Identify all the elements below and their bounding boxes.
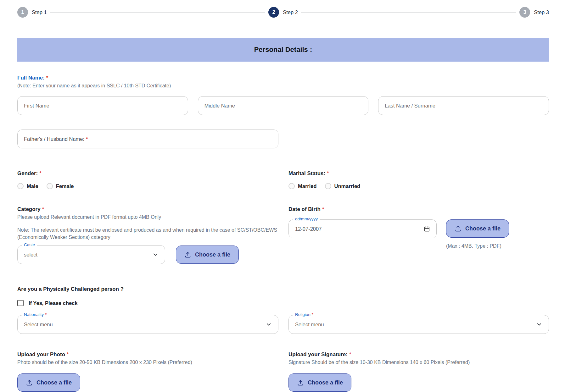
marital-unmarried-label: Unmarried <box>334 183 361 189</box>
father-husband-placeholder: Father's / Husband Name: <box>24 136 84 142</box>
marital-option-unmarried[interactable]: Unmarried <box>325 183 361 189</box>
required-asterisk: * <box>84 136 88 142</box>
signature-upload-hint: Signature Should be of the size 10-30 KB… <box>288 360 549 365</box>
dob-upload-hint: (Max : 4MB, Type : PDF) <box>446 243 509 249</box>
choose-file-label: Choose a file <box>195 251 230 258</box>
stepper: 1 Step 1 2 Step 2 3 Step 3 <box>17 7 549 18</box>
dob-label: Date of Birth* <box>288 206 549 213</box>
nationality-select-value: Select menu <box>24 322 266 328</box>
signature-upload-section: Upload your Signature:* Signature Should… <box>288 351 549 392</box>
nationality-select-label: Nationality* <box>22 312 48 317</box>
section-header: Personal Details : <box>17 38 549 62</box>
dob-choose-file-button[interactable]: Choose a file <box>446 219 509 238</box>
upload-icon <box>184 251 191 258</box>
physically-challenged-checkbox-row[interactable]: If Yes, Please check <box>17 300 549 306</box>
radio-icon[interactable] <box>325 183 331 189</box>
marital-status-options: Married Unmarried <box>288 183 549 189</box>
dob-row: dd/mm/yyyy 12-07-2007 Choose a file (Max… <box>288 219 549 249</box>
step-1-circle: 1 <box>17 7 28 18</box>
signature-upload-label-text: Upload your Signature: <box>288 351 348 357</box>
required-asterisk: * <box>44 312 47 317</box>
page-title: Personal Details : <box>254 46 312 54</box>
dob-value: 12-07-2007 <box>295 226 424 232</box>
father-husband-name-input[interactable]: Father's / Husband Name:* <box>17 130 278 148</box>
required-asterisk: * <box>45 75 48 80</box>
caste-select-value: select <box>24 252 152 258</box>
step-3[interactable]: 3 Step 3 <box>519 7 549 18</box>
gender-female-label: Female <box>56 183 74 189</box>
required-asterisk: * <box>41 207 44 212</box>
category-dob-row: Category* Please upload Relevant documen… <box>17 206 549 264</box>
first-name-input[interactable] <box>17 96 188 115</box>
religion-select[interactable]: Religion* Select menu <box>288 315 549 334</box>
required-asterisk: * <box>310 312 313 317</box>
step-1[interactable]: 1 Step 1 <box>17 7 47 18</box>
step-2[interactable]: 2 Step 2 <box>268 7 298 18</box>
personal-details-form: 1 Step 1 2 Step 2 3 Step 3 Personal Deta… <box>0 0 565 392</box>
signature-choose-file-button[interactable]: Choose a file <box>288 373 351 392</box>
caste-row: Caste select Choose a file <box>17 245 278 264</box>
nationality-select[interactable]: Nationality* Select menu <box>17 315 278 334</box>
physically-challenged-section: Are you a Physically Challenged person ?… <box>17 286 549 306</box>
step-3-label: Step 3 <box>534 9 549 15</box>
choose-file-label: Choose a file <box>465 225 501 232</box>
upload-icon <box>297 379 304 386</box>
step-2-label: Step 2 <box>283 9 298 15</box>
physically-challenged-question: Are you a Physically Challenged person ? <box>17 286 549 292</box>
religion-select-label: Religion* <box>293 312 315 317</box>
category-label-text: Category <box>17 206 41 212</box>
category-label: Category* <box>17 206 278 213</box>
gender-options: Male Female <box>17 183 278 189</box>
chevron-down-icon <box>536 321 542 328</box>
caste-select[interactable]: Caste select <box>17 245 165 264</box>
full-name-note: (Note: Enter your name as it appears in … <box>17 83 549 89</box>
required-asterisk: * <box>38 171 41 176</box>
dob-upload-column: Choose a file (Max : 4MB, Type : PDF) <box>446 219 509 249</box>
gender-option-male[interactable]: Male <box>17 183 38 189</box>
chevron-down-icon <box>266 321 272 328</box>
stepper-connector <box>301 12 516 13</box>
last-name-input[interactable] <box>378 96 549 115</box>
dob-field-label: dd/mm/yyyy <box>293 217 320 221</box>
calendar-icon[interactable] <box>424 226 430 232</box>
gender-section: Gender:* Male Female <box>17 170 278 189</box>
photo-upload-label: Upload your Photo* <box>17 351 278 358</box>
checkbox-icon[interactable] <box>17 300 24 306</box>
gender-label-text: Gender: <box>17 170 38 176</box>
radio-icon[interactable] <box>17 183 24 189</box>
required-asterisk: * <box>348 352 351 357</box>
photo-choose-file-button[interactable]: Choose a file <box>17 373 80 392</box>
gender-option-female[interactable]: Female <box>47 183 74 189</box>
upload-icon <box>26 379 33 386</box>
dob-section: Date of Birth* dd/mm/yyyy 12-07-2007 Cho… <box>288 206 549 264</box>
stepper-connector <box>50 12 265 13</box>
required-asterisk: * <box>325 171 329 176</box>
marital-status-section: Marital Status:* Married Unmarried <box>288 170 549 189</box>
category-section: Category* Please upload Relevant documen… <box>17 206 278 264</box>
category-choose-file-button[interactable]: Choose a file <box>176 246 239 264</box>
signature-upload-label: Upload your Signature:* <box>288 351 549 358</box>
choose-file-label: Choose a file <box>36 379 72 386</box>
gender-label: Gender:* <box>17 170 278 177</box>
marital-married-label: Married <box>298 183 317 189</box>
caste-select-label: Caste <box>22 242 37 247</box>
step-1-label: Step 1 <box>32 9 47 15</box>
religion-select-value: Select menu <box>295 322 536 328</box>
marital-status-label: Marital Status:* <box>288 170 549 177</box>
middle-name-input[interactable] <box>198 96 369 115</box>
radio-icon[interactable] <box>288 183 295 189</box>
step-2-circle: 2 <box>268 7 279 18</box>
marital-option-married[interactable]: Married <box>288 183 317 189</box>
photo-upload-hint: Photo should be of the size 20-50 KB Dim… <box>17 360 278 365</box>
step-3-circle: 3 <box>519 7 530 18</box>
photo-upload-label-text: Upload your Photo <box>17 351 65 357</box>
photo-upload-section: Upload your Photo* Photo should be of th… <box>17 351 278 392</box>
full-name-section: Full Name:* (Note: Enter your name as it… <box>17 75 549 115</box>
uploads-row: Upload your Photo* Photo should be of th… <box>17 351 549 392</box>
dob-date-input[interactable]: dd/mm/yyyy 12-07-2007 <box>288 219 437 238</box>
full-name-label-text: Full Name: <box>17 75 45 81</box>
upload-icon <box>455 225 462 232</box>
radio-icon[interactable] <box>47 183 53 189</box>
dob-label-text: Date of Birth <box>288 206 321 212</box>
required-asterisk: * <box>321 207 324 212</box>
